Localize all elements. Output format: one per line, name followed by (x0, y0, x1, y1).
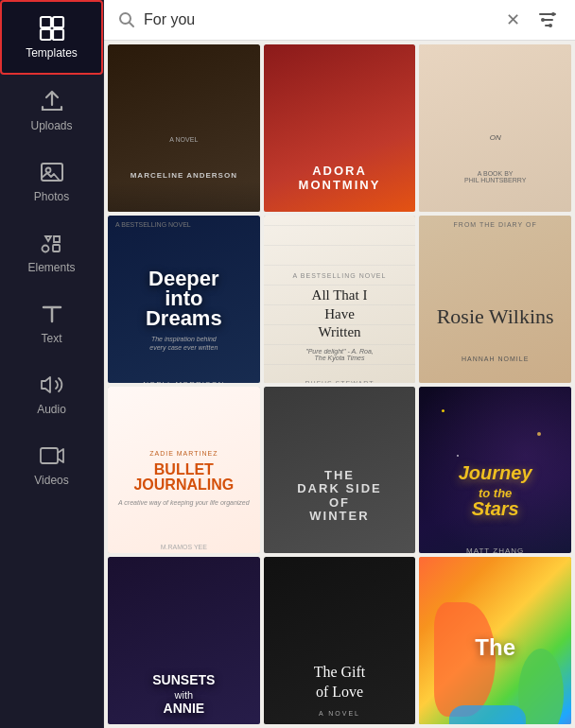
template-item-rosie[interactable]: FROM THE DIARY OF Rosie Wilkins HANNAH N… (419, 216, 571, 383)
template-item-phil[interactable]: ON A BOOK BYPHIL HUNTSBERRY (419, 44, 571, 212)
sidebar-templates-label: Templates (26, 46, 78, 60)
sidebar-uploads-label: Uploads (30, 119, 72, 132)
sidebar-audio-label: Audio (37, 403, 66, 416)
template-item-dark-winter[interactable]: THEDARK SIDEOFWINTER MORGAN HARWELL (264, 387, 416, 554)
search-clear-button[interactable]: ✕ (502, 9, 524, 30)
svg-rect-3 (53, 29, 63, 40)
svg-point-5 (45, 168, 50, 173)
template-item-bullet[interactable]: ZADIE MARTINEZ BULLETJOURNALING A creati… (108, 387, 260, 554)
videos-icon (39, 442, 65, 469)
elements-icon (39, 230, 65, 256)
template-item-written[interactable]: A BESTSELLING NOVEL All That IHaveWritte… (264, 216, 416, 383)
template-item-deeper[interactable]: DeeperintoDreams The inspiration behinde… (108, 216, 260, 383)
svg-point-6 (42, 246, 48, 252)
sidebar-photos-label: Photos (34, 190, 69, 203)
sidebar-videos-label: Videos (34, 474, 68, 487)
sidebar-elements-label: Elements (27, 261, 75, 274)
svg-rect-4 (42, 164, 62, 181)
template-item-journey[interactable]: Journeyto theStars MATT ZHANG (419, 387, 571, 554)
template-item-sunsets[interactable]: SUNSETSwithANNIE (108, 557, 260, 724)
search-input[interactable] (144, 11, 493, 28)
sidebar-item-elements[interactable]: Elements (0, 217, 103, 287)
sidebar-item-uploads[interactable]: Uploads (0, 75, 103, 146)
template-item-adora[interactable]: ADORAMONTMINY (264, 44, 416, 212)
sidebar-text-label: Text (41, 332, 61, 345)
svg-point-12 (549, 24, 552, 27)
search-icon (117, 10, 136, 29)
search-filter-button[interactable] (533, 9, 562, 30)
template-item-the[interactable]: The (419, 557, 571, 724)
sidebar-item-audio[interactable]: Audio (0, 358, 103, 429)
template-item-gift-of-love[interactable]: The Giftof Love A NOVEL (264, 557, 416, 724)
sidebar-item-videos[interactable]: Videos (0, 429, 103, 500)
search-bar: ✕ (104, 0, 575, 41)
sidebar: Templates Uploads Photos Elements Text (0, 0, 104, 728)
sidebar-item-photos[interactable]: Photos (0, 146, 103, 217)
sidebar-item-text[interactable]: Text (0, 287, 103, 358)
svg-rect-0 (41, 17, 51, 27)
search-input-wrapper (117, 10, 493, 29)
sidebar-item-templates[interactable]: Templates (0, 0, 103, 75)
audio-icon (39, 372, 65, 398)
text-icon (39, 301, 65, 327)
templates-icon (39, 15, 65, 42)
main-content: ✕ A NOVEL MARCELINE ANDERSON (104, 0, 575, 728)
svg-point-11 (541, 18, 545, 22)
template-item-marceline[interactable]: A NOVEL MARCELINE ANDERSON (108, 44, 260, 212)
filter-icon (537, 9, 558, 30)
svg-point-10 (551, 12, 555, 16)
svg-rect-2 (41, 29, 51, 40)
svg-rect-8 (41, 448, 58, 463)
templates-grid: A NOVEL MARCELINE ANDERSON ADORAMONTMINY… (104, 41, 575, 728)
photos-icon (39, 159, 65, 185)
uploads-icon (39, 88, 65, 114)
svg-rect-7 (53, 245, 60, 251)
svg-rect-1 (53, 17, 63, 27)
